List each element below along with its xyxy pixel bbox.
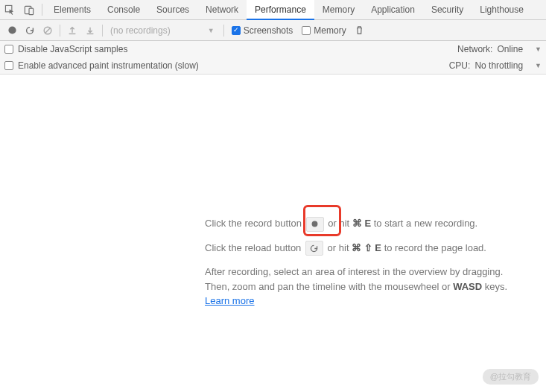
cpu-label: CPU: [449, 60, 471, 71]
network-label: Network: [457, 44, 492, 54]
load-profile-icon[interactable] [63, 22, 81, 39]
empty-text: to record the page load. [384, 242, 486, 253]
empty-text: Click the reload button [205, 242, 304, 253]
memory-label: Memory [314, 25, 346, 36]
chevron-down-icon: ▼ [527, 62, 542, 69]
divider [223, 25, 224, 37]
empty-text: to start a new recording. [374, 218, 477, 229]
tab-lighthouse[interactable]: Lighthouse [472, 0, 532, 20]
performance-options: Disable JavaScript samples Network: Onli… [0, 41, 546, 75]
tab-sources[interactable]: Sources [148, 0, 197, 20]
reload-button-inline[interactable] [305, 241, 323, 256]
device-toggle-icon[interactable] [19, 0, 39, 19]
enable-paint-checkbox[interactable] [4, 61, 13, 70]
enable-paint-label: Enable advanced paint instrumentation (s… [18, 60, 199, 71]
divider [102, 25, 103, 37]
shortcut: ⌘ ⇧ E [352, 242, 381, 253]
watermark: @拉勾教育 [483, 369, 539, 385]
devtools-tabbar: Elements Console Sources Network Perform… [0, 0, 546, 20]
learn-more-link[interactable]: Learn more [205, 295, 254, 306]
save-profile-icon[interactable] [81, 22, 99, 39]
empty-state: Click the record button or hit ⌘ E to st… [205, 216, 510, 317]
recordings-dropdown[interactable]: (no recordings) [106, 25, 175, 36]
shortcut: ⌘ E [352, 218, 371, 229]
tab-console[interactable]: Console [99, 0, 148, 20]
tab-application[interactable]: Application [363, 0, 423, 20]
empty-text: or hit [328, 242, 352, 253]
reload-button[interactable] [21, 22, 39, 39]
inspect-element-icon[interactable] [0, 0, 19, 19]
memory-checkbox[interactable] [302, 26, 311, 35]
wasd-keys: WASD [453, 281, 482, 292]
divider [42, 4, 42, 16]
tab-network[interactable]: Network [197, 0, 247, 20]
chevron-down-icon: ▼ [208, 27, 220, 34]
disable-js-checkbox[interactable] [4, 45, 13, 54]
garbage-collect-icon[interactable] [351, 22, 369, 39]
divider [60, 25, 60, 37]
empty-text: Click the record button [205, 218, 305, 229]
network-select[interactable]: Online [497, 44, 523, 54]
tab-memory[interactable]: Memory [314, 0, 363, 20]
tab-elements[interactable]: Elements [45, 0, 99, 20]
record-button-inline[interactable] [306, 217, 324, 232]
chevron-down-icon: ▼ [527, 45, 542, 53]
clear-button[interactable] [39, 22, 57, 39]
performance-toolbar: (no recordings) ▼ Screenshots Memory [0, 20, 546, 41]
tab-performance[interactable]: Performance [247, 0, 314, 20]
svg-rect-2 [29, 8, 34, 14]
svg-point-3 [8, 26, 16, 34]
empty-text: or hit [328, 218, 352, 229]
svg-line-5 [45, 28, 51, 33]
empty-text: keys. [482, 281, 507, 292]
cpu-select[interactable]: No throttling [474, 60, 523, 71]
disable-js-label: Disable JavaScript samples [18, 44, 127, 54]
record-button[interactable] [3, 22, 21, 39]
screenshots-checkbox[interactable] [232, 26, 241, 35]
screenshots-label: Screenshots [244, 25, 293, 36]
svg-point-8 [312, 221, 318, 227]
tab-security[interactable]: Security [423, 0, 472, 20]
